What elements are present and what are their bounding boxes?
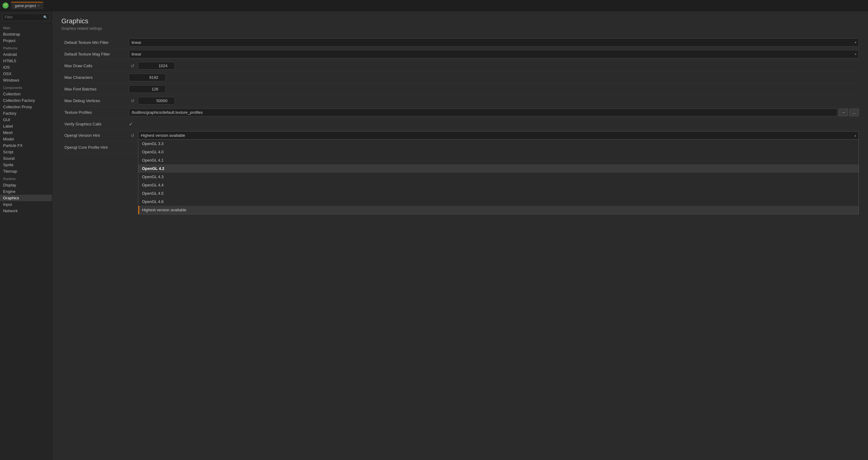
dropdown-texture-min-value[interactable]: linear <box>129 38 859 47</box>
label-max-font-batches: Max Font Batches <box>61 87 129 91</box>
label-max-characters: Max Characters <box>61 75 129 80</box>
opengl-option-46[interactable]: OpenGL 4.6 <box>138 197 859 206</box>
row-default-texture-mag-filter: Default Texture Mag Filter linear ▾ <box>61 49 859 60</box>
sidebar-item-project[interactable]: Project <box>0 37 52 44</box>
sidebar-item-network[interactable]: Network <box>0 208 52 214</box>
file-control-texture-profiles: → … <box>129 109 859 116</box>
tab-label: game.project <box>15 4 36 8</box>
sidebar-search-area: 🔍 <box>0 11 52 24</box>
opengl-dropdown-arrow-up-icon: ▴ <box>855 134 856 137</box>
section-label-runtime: Runtime <box>0 175 52 182</box>
label-default-texture-mag-filter: Default Texture Mag Filter <box>61 52 129 56</box>
content-area: Graphics Graphics related settings Defau… <box>52 11 868 460</box>
sidebar-item-ios[interactable]: iOS <box>0 64 52 70</box>
control-max-characters <box>129 73 859 81</box>
control-default-texture-mag-filter: linear ▾ <box>129 50 859 58</box>
tab-close-button[interactable]: × <box>38 4 39 7</box>
sidebar-section-runtime: Runtime Display Engine Graphics Input Ne… <box>0 175 52 214</box>
tab[interactable]: game.project × <box>11 2 43 9</box>
sidebar-item-model[interactable]: Model <box>0 136 52 142</box>
sidebar-item-collection-factory[interactable]: Collection Factory <box>0 97 52 104</box>
row-max-characters: Max Characters <box>61 72 859 84</box>
sidebar-item-display[interactable]: Display <box>0 182 52 188</box>
control-opengl-version-hint: ↺ Highest version available ▴ OpenGL 3.3… <box>129 131 859 140</box>
opengl-option-44[interactable]: OpenGL 4.4 <box>138 181 859 189</box>
checkbox-verify-graphics-calls[interactable]: ✓ <box>129 121 133 127</box>
sidebar-section-main: Main Bootstrap Project <box>0 24 52 44</box>
sidebar-item-android[interactable]: Android <box>0 51 52 58</box>
sidebar-item-osx[interactable]: OSX <box>0 70 52 77</box>
control-texture-profiles: → … <box>129 109 859 116</box>
label-opengl-version-hint: Opengl Version Hint <box>61 131 129 138</box>
sidebar-item-collection[interactable]: Collection <box>0 91 52 97</box>
sidebar-item-graphics[interactable]: Graphics <box>0 195 52 201</box>
opengl-version-selected-text: Highest version available <box>141 133 185 138</box>
sidebar-item-collection-proxy[interactable]: Collection Proxy <box>0 104 52 110</box>
opengl-version-selected[interactable]: Highest version available ▴ <box>138 131 859 140</box>
sidebar-section-platforms: Platforms Android HTML5 iOS OSX Windows <box>0 44 52 84</box>
dropdown-texture-mag-value[interactable]: linear <box>129 50 859 58</box>
label-opengl-core-profile-hint: Opengl Core Profile Hint <box>61 145 129 150</box>
sidebar-item-label[interactable]: Label <box>0 123 52 129</box>
label-texture-profiles: Texture Profiles <box>61 110 129 115</box>
row-texture-profiles: Texture Profiles → … <box>61 107 859 118</box>
opengl-option-40[interactable]: OpenGL 4.0 <box>138 148 859 156</box>
section-label-components: Components <box>0 84 52 91</box>
sidebar-item-sprite[interactable]: Sprite <box>0 162 52 168</box>
input-max-characters[interactable] <box>129 73 166 81</box>
opengl-option-41[interactable]: OpenGL 4.1 <box>138 156 859 164</box>
sidebar-item-bootstrap[interactable]: Bootstrap <box>0 31 52 37</box>
control-max-draw-calls: ↺ <box>129 62 859 70</box>
opengl-dropdown-container: Highest version available ▴ OpenGL 3.3 O… <box>138 131 859 140</box>
input-max-font-batches[interactable] <box>129 85 166 93</box>
input-max-debug-vertices[interactable] <box>138 97 175 104</box>
opengl-option-33[interactable]: OpenGL 3.3 <box>138 140 859 148</box>
reset-opengl-version-hint-button[interactable]: ↺ <box>129 132 136 139</box>
opengl-option-45[interactable]: OpenGL 4.5 <box>138 189 859 197</box>
sidebar: 🔍 Main Bootstrap Project Platforms Andro… <box>0 11 52 460</box>
sidebar-item-particle-fx[interactable]: Particle FX <box>0 142 52 149</box>
reset-max-draw-calls-button[interactable]: ↺ <box>129 63 136 69</box>
control-verify-graphics-calls: ✓ <box>129 121 859 127</box>
main-layout: 🔍 Main Bootstrap Project Platforms Andro… <box>0 11 868 460</box>
app-icon: 🌱 <box>2 2 8 8</box>
opengl-option-43[interactable]: OpenGL 4.3 <box>138 173 859 181</box>
dropdown-texture-min[interactable]: linear ▾ <box>129 38 859 47</box>
row-default-texture-min-filter: Default Texture Min Filter linear ▾ <box>61 37 859 49</box>
goto-texture-profiles-button[interactable]: → <box>839 109 848 116</box>
sidebar-item-gui[interactable]: GUI <box>0 117 52 123</box>
label-max-debug-vertices: Max Debug Vertices <box>61 98 129 103</box>
sidebar-item-sound[interactable]: Sound <box>0 155 52 162</box>
sidebar-item-factory[interactable]: Factory <box>0 110 52 117</box>
control-default-texture-min-filter: linear ▾ <box>129 38 859 47</box>
opengl-dropdown-list: OpenGL 3.3 OpenGL 4.0 OpenGL 4.1 OpenGL … <box>138 140 859 214</box>
row-max-font-batches: Max Font Batches <box>61 84 859 95</box>
sidebar-item-html5[interactable]: HTML5 <box>0 58 52 64</box>
page-title: Graphics <box>61 17 859 25</box>
file-input-texture-profiles[interactable] <box>129 109 837 116</box>
section-label-platforms: Platforms <box>0 44 52 51</box>
sidebar-item-input[interactable]: Input <box>0 201 52 208</box>
search-input[interactable] <box>2 13 50 21</box>
dropdown-texture-mag[interactable]: linear ▾ <box>129 50 859 58</box>
label-default-texture-min-filter: Default Texture Min Filter <box>61 40 129 45</box>
row-max-debug-vertices: Max Debug Vertices ↺ <box>61 95 859 107</box>
control-max-debug-vertices: ↺ <box>129 97 859 104</box>
opengl-option-42[interactable]: OpenGL 4.2 <box>138 164 859 173</box>
input-max-draw-calls[interactable] <box>138 62 175 70</box>
page-subtitle: Graphics related settings <box>61 26 859 31</box>
row-max-draw-calls: Max Draw Calls ↺ <box>61 60 859 72</box>
sidebar-item-tilemap[interactable]: Tilemap <box>0 168 52 175</box>
section-label-main: Main <box>0 24 52 31</box>
titlebar: 🌱 game.project × <box>0 0 868 11</box>
reset-max-debug-vertices-button[interactable]: ↺ <box>129 98 136 104</box>
sidebar-item-mesh[interactable]: Mesh <box>0 129 52 136</box>
label-max-draw-calls: Max Draw Calls <box>61 63 129 68</box>
sidebar-item-engine[interactable]: Engine <box>0 188 52 195</box>
sidebar-item-script[interactable]: Script <box>0 149 52 155</box>
browse-texture-profiles-button[interactable]: … <box>849 109 859 116</box>
control-max-font-batches <box>129 85 859 93</box>
sidebar-item-windows[interactable]: Windows <box>0 77 52 84</box>
opengl-option-highest[interactable]: Highest version available <box>138 206 859 214</box>
label-verify-graphics-calls: Verify Graphics Calls <box>61 122 129 126</box>
